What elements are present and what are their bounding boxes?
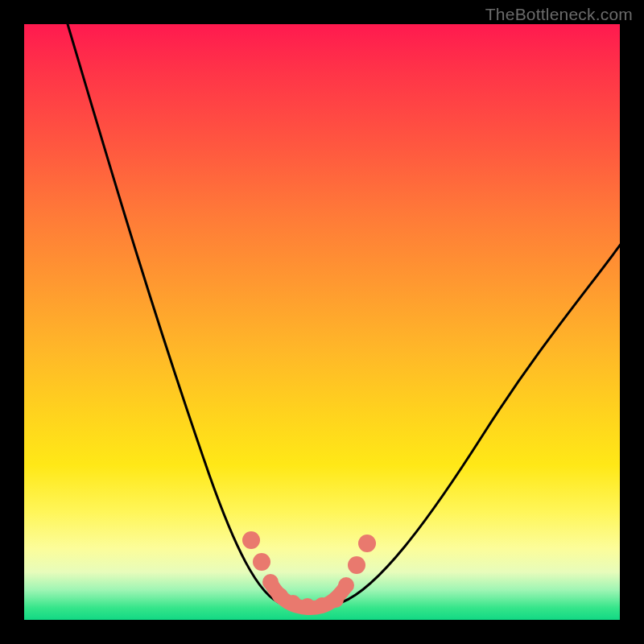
watermark-text: TheBottleneck.com: [485, 5, 633, 24]
bottleneck-curve: [65, 24, 620, 609]
svg-point-0: [242, 531, 260, 549]
svg-point-9: [348, 556, 365, 574]
chart-svg: [24, 24, 620, 620]
chart-plot-area: [24, 24, 620, 620]
svg-point-1: [253, 553, 270, 571]
svg-point-10: [358, 535, 376, 552]
marker-dots: [242, 531, 376, 614]
chart-frame: TheBottleneck.com: [0, 0, 644, 644]
